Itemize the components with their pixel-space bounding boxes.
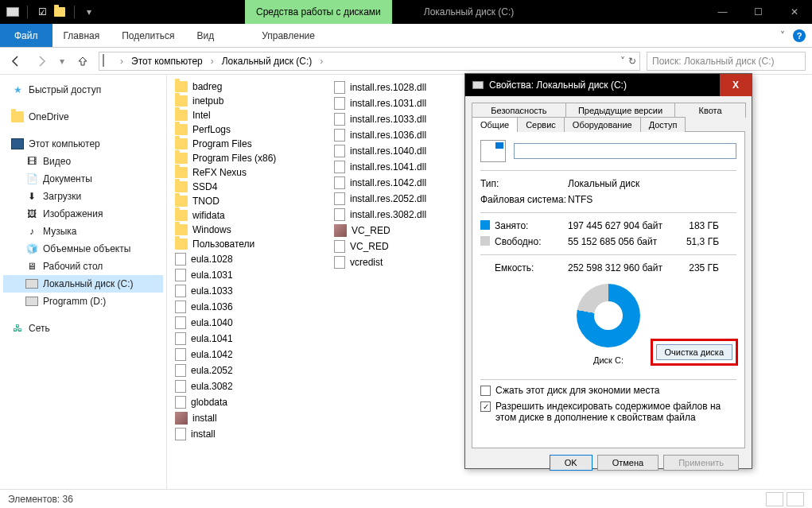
dialog-title: Свойства: Локальный диск (C:): [489, 79, 627, 91]
help-icon[interactable]: ?: [793, 29, 806, 42]
ribbon-tab-home[interactable]: Главная: [52, 24, 111, 47]
file-item[interactable]: badreg: [167, 79, 326, 94]
file-item[interactable]: SSD4: [167, 180, 326, 194]
ribbon-file-tab[interactable]: Файл: [0, 24, 52, 47]
ribbon-expand-icon[interactable]: ˅: [780, 30, 785, 41]
sidebar-quick-access[interactable]: ★ Быстрый доступ: [3, 81, 163, 99]
sidebar-item[interactable]: 🧊Объемные объекты: [3, 240, 163, 258]
cancel-button[interactable]: Отмена: [597, 455, 659, 471]
file-item[interactable]: install.res.1041.dll: [326, 159, 485, 175]
file-item[interactable]: eula.1041: [167, 331, 326, 347]
file-item[interactable]: install: [167, 426, 326, 442]
sidebar-item[interactable]: 🖥Рабочий стол: [3, 258, 163, 275]
file-item[interactable]: inetpub: [167, 94, 326, 108]
file-item[interactable]: eula.1033: [167, 283, 326, 299]
file-item[interactable]: Program Files (x86): [167, 151, 326, 165]
file-item[interactable]: Windows: [167, 223, 326, 237]
sidebar-item[interactable]: Programm (D:): [3, 293, 163, 310]
file-item[interactable]: install.res.1031.dll: [326, 95, 485, 111]
breadcrumb-sep[interactable]: ›: [211, 56, 214, 67]
nav-forward-button[interactable]: [32, 52, 51, 71]
address-dropdown-icon[interactable]: ˅: [620, 56, 625, 67]
file-item[interactable]: install.res.1033.dll: [326, 111, 485, 127]
breadcrumb-sep[interactable]: ›: [320, 56, 323, 67]
file-item[interactable]: globdata: [167, 394, 326, 410]
ribbon-tab-view[interactable]: Вид: [185, 24, 225, 47]
file-item[interactable]: install.res.1040.dll: [326, 143, 485, 159]
file-item[interactable]: VC_RED: [326, 238, 485, 254]
dialog-close-button[interactable]: X: [720, 74, 752, 96]
file-item[interactable]: eula.1036: [167, 299, 326, 315]
tab-quota[interactable]: Квота: [674, 103, 746, 118]
contextual-tab-label: Средства работы с дисками: [256, 6, 381, 17]
breadcrumb-drive-c[interactable]: Локальный диск (C:): [219, 56, 316, 67]
sidebar-item[interactable]: Локальный диск (C:): [3, 275, 163, 293]
sidebar-onedrive[interactable]: OneDrive: [3, 108, 163, 126]
file-item[interactable]: eula.1031: [167, 267, 326, 283]
qa-dropdown-icon[interactable]: ▾: [83, 6, 95, 18]
address-bar[interactable]: › Этот компьютер › Локальный диск (C:) ›…: [99, 52, 640, 71]
file-item[interactable]: install: [167, 410, 326, 426]
file-item[interactable]: install.res.1036.dll: [326, 127, 485, 143]
file-item[interactable]: Intel: [167, 108, 326, 122]
dialog-titlebar[interactable]: Свойства: Локальный диск (C:) X: [465, 74, 752, 96]
qa-newfolder-icon[interactable]: [53, 6, 66, 18]
tab-tools[interactable]: Сервис: [517, 117, 565, 132]
file-item[interactable]: install.res.3082.dll: [326, 207, 485, 223]
minimize-button[interactable]: —: [705, 0, 740, 24]
file-item[interactable]: Program Files: [167, 137, 326, 151]
nav-recent-dropdown[interactable]: ▾: [57, 52, 67, 71]
file-item[interactable]: PerfLogs: [167, 122, 326, 137]
dialog-button-row: OK Отмена Применить: [472, 448, 745, 477]
breadcrumb-sep[interactable]: ›: [120, 56, 123, 67]
file-item[interactable]: eula.1042: [167, 347, 326, 363]
tab-sharing[interactable]: Доступ: [640, 117, 686, 132]
sidebar-network[interactable]: 🖧 Сеть: [3, 320, 163, 337]
sidebar-item-icon: 📄: [25, 173, 38, 185]
sidebar-this-pc[interactable]: Этот компьютер: [3, 135, 163, 153]
maximize-button[interactable]: ☐: [740, 0, 776, 24]
ribbon-tab-manage[interactable]: Управление: [251, 24, 326, 47]
disk-cleanup-button[interactable]: Очистка диска: [656, 344, 732, 360]
apply-button[interactable]: Применить: [663, 455, 739, 471]
sidebar-item[interactable]: ♪Музыка: [3, 223, 163, 240]
file-item[interactable]: VC_RED: [326, 223, 485, 238]
file-item[interactable]: wifidata: [167, 208, 326, 223]
sidebar-item[interactable]: 🎞Видео: [3, 153, 163, 170]
free-color-swatch: [480, 236, 490, 246]
drive-name-input[interactable]: [514, 143, 736, 159]
tab-hardware[interactable]: Оборудование: [564, 117, 641, 132]
breadcrumb-thispc[interactable]: Этот компьютер: [128, 56, 206, 67]
file-item[interactable]: eula.3082: [167, 378, 326, 394]
file-item[interactable]: Пользователи: [167, 237, 326, 251]
tab-general[interactable]: Общие: [472, 117, 518, 132]
file-item[interactable]: TNOD: [167, 194, 326, 208]
search-input[interactable]: Поиск: Локальный диск (C:): [647, 52, 806, 71]
tab-previous-versions[interactable]: Предыдущие версии: [565, 103, 675, 118]
view-icons-button[interactable]: [787, 492, 804, 506]
file-item[interactable]: eula.2052: [167, 363, 326, 378]
file-item[interactable]: install.res.1028.dll: [326, 79, 485, 95]
view-details-button[interactable]: [766, 492, 783, 506]
sidebar-item[interactable]: ⬇Загрузки: [3, 188, 163, 205]
file-item[interactable]: eula.1028: [167, 251, 326, 267]
folder-icon: [175, 238, 188, 250]
ok-button[interactable]: OK: [550, 455, 592, 471]
address-refresh-icon[interactable]: ↻: [628, 56, 636, 67]
qa-properties-icon[interactable]: ☑: [36, 6, 49, 18]
folder-icon: [175, 196, 188, 207]
file-item[interactable]: eula.1040: [167, 315, 326, 331]
file-item[interactable]: vcredist: [326, 254, 485, 270]
nav-up-button[interactable]: [73, 52, 92, 71]
sidebar-item[interactable]: 📄Документы: [3, 170, 163, 188]
file-item[interactable]: install.res.2052.dll: [326, 191, 485, 207]
sidebar-item[interactable]: 🖼Изображения: [3, 205, 163, 223]
close-button[interactable]: ✕: [776, 0, 812, 24]
file-item[interactable]: ReFX Nexus: [167, 165, 326, 180]
file-item[interactable]: install.res.1042.dll: [326, 175, 485, 191]
compress-checkbox[interactable]: [480, 386, 491, 396]
ribbon-tab-share[interactable]: Поделиться: [111, 24, 185, 47]
tab-security[interactable]: Безопасность: [472, 103, 566, 118]
index-checkbox[interactable]: [480, 401, 491, 412]
nav-back-button[interactable]: [6, 52, 25, 71]
